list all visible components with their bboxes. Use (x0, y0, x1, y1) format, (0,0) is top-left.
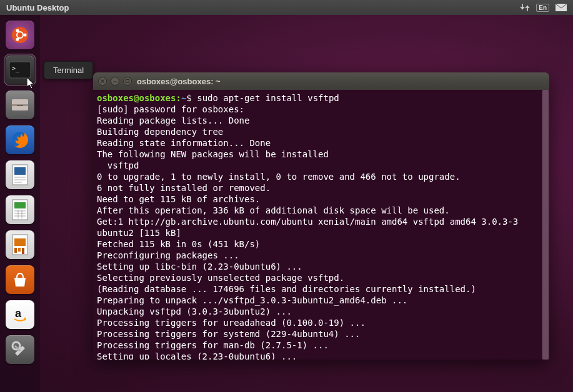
terminal-body[interactable]: osboxes@osboxes:~$ sudo apt-get install … (93, 90, 549, 360)
calc-icon (6, 195, 34, 224)
svg-rect-13 (14, 167, 26, 175)
launcher-writer[interactable] (4, 159, 36, 191)
firefox-icon (6, 125, 34, 154)
terminal-output: [sudo] password for osboxes: Reading pac… (97, 104, 518, 360)
launcher-calc[interactable] (4, 194, 36, 226)
scrollbar[interactable] (542, 90, 549, 360)
terminal-title: osboxes@osboxes: ~ (137, 77, 221, 86)
dash-icon (6, 21, 34, 49)
network-icon[interactable] (520, 3, 530, 12)
launcher-impress[interactable] (4, 228, 36, 261)
launcher-firefox[interactable] (4, 124, 36, 156)
prompt-host: osboxes (139, 93, 176, 103)
minimize-button[interactable] (111, 77, 119, 86)
launcher-files[interactable] (4, 89, 36, 121)
terminal-titlebar[interactable]: osboxes@osboxes: ~ (93, 72, 549, 90)
launcher-sidebar: >_ a (0, 15, 40, 392)
svg-text:>_: >_ (12, 65, 20, 72)
prompt-symbol: $ (186, 93, 191, 103)
settings-icon (6, 335, 34, 364)
terminal-command: sudo apt-get install vsftpd (197, 93, 339, 103)
svg-rect-10 (17, 105, 23, 106)
language-indicator[interactable]: En (536, 4, 549, 12)
top-menubar: Ubuntu Desktop En (0, 0, 573, 15)
impress-icon (6, 230, 34, 259)
launcher-terminal[interactable]: >_ (4, 54, 36, 86)
launcher-dash[interactable] (4, 19, 36, 51)
mail-icon[interactable] (556, 4, 567, 11)
svg-rect-26 (14, 248, 17, 253)
prompt-user: osboxes (97, 93, 134, 103)
launcher-amazon[interactable]: a (4, 298, 36, 331)
svg-point-5 (16, 38, 19, 41)
writer-icon (6, 160, 34, 189)
software-icon (6, 265, 34, 294)
launcher-settings[interactable] (4, 333, 36, 366)
window-buttons (98, 77, 132, 86)
close-button[interactable] (98, 77, 107, 86)
svg-rect-27 (18, 248, 21, 252)
files-icon (6, 91, 34, 119)
svg-rect-33 (126, 80, 129, 83)
svg-rect-25 (14, 238, 26, 246)
scrollbar-thumb[interactable] (542, 90, 549, 360)
terminal-window: osboxes@osboxes: ~ osboxes@osboxes:~$ su… (93, 72, 549, 360)
launcher-tooltip: Terminal (44, 61, 93, 79)
menubar-title: Ubuntu Desktop (6, 3, 520, 12)
amazon-icon: a (6, 300, 34, 329)
svg-rect-18 (14, 202, 26, 208)
svg-text:a: a (15, 307, 22, 320)
svg-point-4 (16, 29, 19, 32)
launcher-software[interactable] (4, 263, 36, 296)
menubar-indicators: En (520, 3, 567, 12)
svg-rect-28 (22, 248, 24, 254)
maximize-button[interactable] (123, 77, 132, 86)
terminal-icon: >_ (6, 56, 34, 84)
svg-point-3 (24, 34, 27, 37)
